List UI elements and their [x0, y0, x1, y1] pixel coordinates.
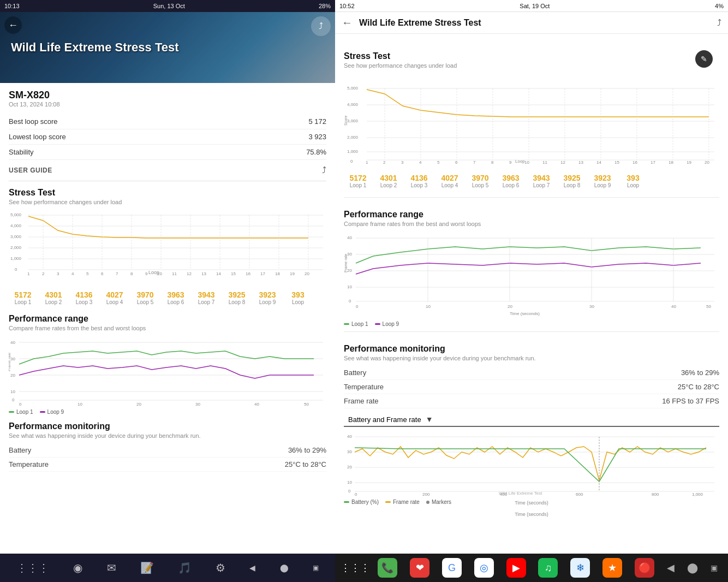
svg-text:20: 20	[347, 465, 352, 470]
left-legend-loop1: Loop 1	[9, 409, 33, 415]
left-perf-range-svg: 40 30 20 10 0 0 10 20 30 40	[9, 336, 326, 407]
nav-back-button[interactable]: ←	[342, 16, 353, 29]
right-battery: 4%	[715, 3, 724, 9]
right-stress-test-subtitle: See how performance changes under load	[344, 62, 719, 69]
hero-share-button[interactable]: ⤴	[311, 16, 331, 36]
svg-text:0: 0	[350, 159, 353, 164]
nav-home-icon[interactable]: ⬤	[280, 563, 289, 572]
left-perf-range-chart: 40 30 20 10 0 0 10 20 30 40	[9, 336, 326, 407]
nav-share-button[interactable]: ⤴	[717, 18, 721, 28]
right-battery-value: 36% to 29%	[681, 369, 719, 377]
right-stress-chart-svg: 5,000 4,000 3,000 2,000 1,000 0	[344, 82, 719, 164]
right-stress-test-header: Stress Test See how performance changes …	[344, 40, 719, 78]
left-perf-range-subtitle: Compare frame rates from the best and wo…	[9, 325, 326, 331]
right-date: Sat, 19 Oct	[520, 3, 550, 9]
app-grid-icon[interactable]: ⋮⋮⋮	[345, 558, 365, 578]
edit-button[interactable]: ✎	[695, 50, 713, 68]
right-stress-chart: 5,000 4,000 3,000 2,000 1,000 0	[344, 82, 719, 169]
left-legend-loop9-dot	[40, 411, 45, 413]
nav-mail-icon[interactable]: ✉	[107, 561, 116, 574]
svg-text:Loop: Loop	[515, 159, 525, 164]
dropdown-label: Battery and Frame rate	[348, 415, 421, 424]
left-perf-monitor-title: Performance monitoring	[9, 421, 326, 431]
right-legend-loop1-label: Loop 1	[351, 321, 368, 327]
right-framerate-value: 16 FPS to 37 FPS	[662, 397, 719, 405]
nav-back-icon[interactable]: ◀	[249, 563, 255, 572]
svg-text:20: 20	[305, 271, 309, 275]
right-nav-recents-icon[interactable]: ▣	[711, 563, 718, 572]
nav-camera-icon[interactable]: ◉	[73, 561, 82, 574]
svg-text:6: 6	[101, 271, 104, 275]
list-item: 393 Loop	[619, 174, 647, 188]
right-nav-back-icon[interactable]: ◀	[667, 562, 675, 574]
left-chart-legend: Loop 1 Loop 9	[9, 409, 326, 415]
svg-text:3,000: 3,000	[347, 118, 359, 123]
svg-text:16: 16	[246, 271, 250, 275]
svg-text:1,000: 1,000	[692, 492, 703, 497]
hero-back-button[interactable]: ←	[4, 16, 22, 34]
right-framerate-row: Frame rate 16 FPS to 37 FPS	[344, 394, 719, 408]
svg-text:20: 20	[10, 373, 15, 378]
svg-text:9: 9	[509, 160, 512, 164]
right-legend-loop9: Loop 9	[375, 321, 399, 327]
monitor-legend-framerate-dot	[385, 501, 391, 503]
right-framerate-label: Frame rate	[344, 397, 379, 405]
nav-settings-icon[interactable]: ⚙	[216, 561, 225, 574]
svg-text:0: 0	[356, 304, 359, 309]
svg-text:Time (seconds): Time (seconds)	[510, 311, 540, 316]
list-item: 4136 Loop 3	[405, 174, 433, 188]
left-battery: 28%	[319, 3, 331, 9]
svg-text:30: 30	[347, 252, 352, 257]
app-red-icon[interactable]: 🔴	[635, 558, 654, 578]
left-battery-value: 36% to 29%	[288, 446, 326, 454]
right-monitor-chart-svg: 40 30 20 10 0 0 200 400 600 8	[344, 431, 719, 497]
left-temperature-row: Temperature 25°C to 28°C	[9, 458, 326, 472]
list-item: 393 Loop	[284, 290, 312, 305]
list-item: 3963 Loop 6	[162, 290, 190, 305]
user-guide-row[interactable]: USER GUIDE ⤴	[9, 160, 326, 181]
left-stress-chart: 5,000 4,000 3,000 2,000 1,000 0 1 2 3	[9, 210, 326, 286]
svg-text:7: 7	[473, 160, 476, 164]
left-temperature-label: Temperature	[9, 460, 49, 468]
user-guide-share-icon[interactable]: ⤴	[322, 165, 326, 175]
battery-framerate-dropdown[interactable]: Battery and Frame rate ▼	[344, 413, 719, 427]
svg-text:15: 15	[231, 271, 236, 275]
monitor-legend-battery-label: Battery (%)	[351, 499, 379, 505]
monitor-legend-battery: Battery (%)	[344, 499, 379, 505]
list-item: 4301 Loop 2	[374, 174, 403, 188]
list-item: 3970 Loop 5	[131, 290, 159, 305]
nav-apps-icon[interactable]: ⋮⋮⋮	[16, 561, 49, 574]
app-youtube-icon[interactable]: ▶	[506, 558, 526, 578]
loop-score-value: 5172	[9, 290, 37, 299]
right-temperature-label: Temperature	[344, 383, 384, 391]
svg-text:10: 10	[347, 284, 352, 289]
nav-music-icon[interactable]: 🎵	[178, 561, 192, 574]
app-chrome-icon[interactable]: ◎	[474, 558, 494, 578]
lowest-loop-value: 3 923	[308, 133, 326, 141]
status-bar-right: 10:52 Sat, 19 Oct 4%	[335, 0, 728, 12]
stability-label: Stability	[9, 148, 34, 156]
nav-notes-icon[interactable]: 📝	[140, 561, 154, 574]
right-temperature-value: 25°C to 28°C	[678, 383, 719, 391]
app-spotify-icon[interactable]: ♫	[538, 558, 558, 578]
svg-text:0: 0	[12, 397, 15, 402]
app-phone-icon[interactable]: 📞	[378, 558, 397, 578]
app-star-icon[interactable]: ★	[602, 558, 622, 578]
svg-text:20: 20	[347, 268, 352, 273]
app-frosty-icon[interactable]: ❄	[570, 558, 590, 578]
app-heartrate-icon[interactable]: ❤	[410, 558, 429, 578]
list-item: 3963 Loop 6	[497, 174, 525, 188]
nav-recents-icon[interactable]: ▣	[313, 564, 319, 572]
list-item: 5172 Loop 1	[344, 174, 372, 188]
best-loop-label: Best loop score	[9, 117, 58, 126]
svg-text:18: 18	[669, 160, 673, 164]
app-google-icon[interactable]: G	[442, 558, 462, 578]
svg-text:Loop: Loop	[148, 270, 159, 275]
svg-text:12: 12	[187, 271, 192, 275]
svg-text:1: 1	[366, 160, 368, 164]
svg-text:5,000: 5,000	[10, 212, 22, 217]
right-nav-home-icon[interactable]: ⬤	[687, 562, 698, 574]
left-loop-scores: 5172 Loop 1 4301 Loop 2 4136 Loop 3 4027…	[9, 290, 326, 307]
right-perf-range-chart: 40 30 20 10 0 0 1	[344, 231, 719, 319]
svg-text:30: 30	[195, 402, 200, 407]
